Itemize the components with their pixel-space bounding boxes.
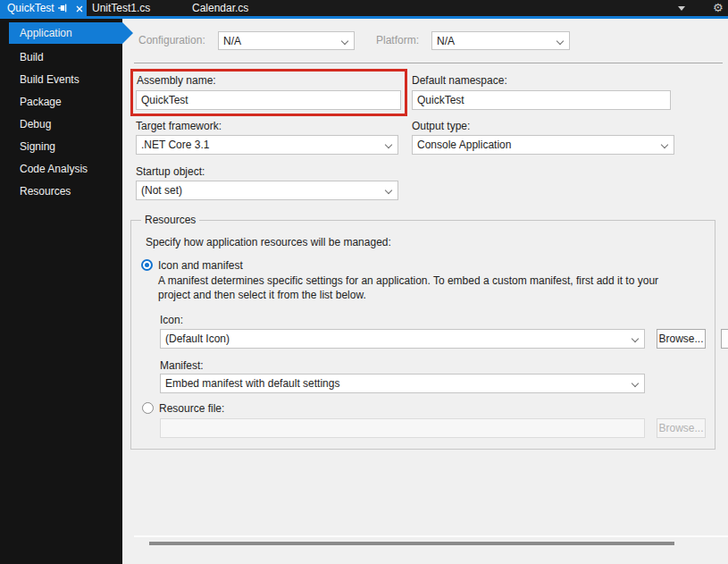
assembly-name-input[interactable] <box>136 90 401 110</box>
sidebar-item-signing[interactable]: Signing <box>0 136 122 157</box>
close-icon[interactable] <box>75 4 84 16</box>
clipped-control[interactable] <box>721 329 728 349</box>
startup-object-label: Startup object: <box>136 165 205 179</box>
document-tab-bar: QuickTest UnitTest1.cs Calendar.cs ⚙ <box>0 0 728 16</box>
assembly-name-label: Assembly name: <box>137 74 216 88</box>
default-namespace-input[interactable] <box>412 90 671 110</box>
chevron-down-icon <box>661 141 668 148</box>
properties-sidebar: Application Build Build Events Package D… <box>0 19 122 564</box>
tab-calendar[interactable]: Calendar.cs <box>192 0 286 16</box>
sidebar-item-code-analysis[interactable]: Code Analysis <box>0 158 122 180</box>
horizontal-scrollbar-thumb[interactable] <box>149 542 674 545</box>
icon-and-manifest-radio-label[interactable]: Icon and manifest <box>158 259 243 273</box>
output-type-value: Console Application <box>417 139 511 151</box>
manifest-description-text: A manifest determines specific settings … <box>158 274 674 302</box>
sidebar-item-debug[interactable]: Debug <box>0 114 122 135</box>
manifest-dropdown[interactable]: Embed manifest with default settings <box>160 374 645 393</box>
icon-and-manifest-radio[interactable] <box>141 259 153 271</box>
tab-unittest1-label: UnitTest1.cs <box>92 2 150 14</box>
startup-object-value: (Not set) <box>141 184 182 197</box>
startup-object-dropdown[interactable]: (Not set) <box>136 181 398 200</box>
section-divider <box>134 63 723 63</box>
platform-value: N/A <box>437 35 455 47</box>
tab-quicktest-label: QuickTest <box>7 2 54 14</box>
sidebar-item-build-events[interactable]: Build Events <box>0 69 122 90</box>
manifest-value: Embed manifest with default settings <box>165 377 339 390</box>
sidebar-item-application[interactable]: Application <box>9 22 122 44</box>
project-properties-window: QuickTest UnitTest1.cs Calendar.cs ⚙ App… <box>0 0 728 564</box>
tab-quicktest[interactable]: QuickTest <box>0 0 87 16</box>
chevron-down-icon <box>385 187 392 194</box>
output-type-dropdown[interactable]: Console Application <box>412 135 674 155</box>
resources-groupbox-legend: Resources <box>141 214 199 227</box>
platform-dropdown[interactable]: N/A <box>431 31 570 50</box>
tab-unittest1[interactable]: UnitTest1.cs <box>92 0 185 16</box>
resource-file-radio[interactable] <box>142 402 154 414</box>
gear-icon[interactable]: ⚙ <box>713 0 724 16</box>
icon-dropdown[interactable]: (Default Icon) <box>160 329 645 349</box>
sidebar-item-package[interactable]: Package <box>0 91 122 113</box>
chevron-down-icon <box>385 141 392 148</box>
resource-file-radio-label[interactable]: Resource file: <box>159 402 224 416</box>
resource-file-input[interactable] <box>160 418 645 438</box>
chevron-down-icon <box>632 335 639 342</box>
resources-intro-text: Specify how application resources will b… <box>146 236 391 249</box>
chevron-down-icon <box>556 38 564 45</box>
target-framework-value: .NET Core 3.1 <box>141 139 209 151</box>
configuration-value: N/A <box>223 35 241 47</box>
chevron-down-icon <box>632 380 639 387</box>
configuration-dropdown[interactable]: N/A <box>218 31 355 50</box>
scrollbar-track <box>134 535 728 537</box>
manifest-label: Manifest: <box>160 359 204 373</box>
target-framework-label: Target framework: <box>136 120 222 133</box>
sidebar-item-build[interactable]: Build <box>0 46 122 68</box>
target-framework-dropdown[interactable]: .NET Core 3.1 <box>136 135 398 155</box>
output-type-label: Output type: <box>412 120 470 133</box>
pin-icon[interactable] <box>57 3 68 16</box>
sidebar-item-resources[interactable]: Resources <box>0 181 122 202</box>
browse-resource-file-button[interactable]: Browse... <box>657 418 706 438</box>
browse-icon-button[interactable]: Browse... <box>657 329 706 349</box>
platform-label: Platform: <box>376 34 419 47</box>
icon-label: Icon: <box>160 314 183 327</box>
chevron-down-icon[interactable] <box>678 6 685 11</box>
configuration-label: Configuration: <box>138 34 205 47</box>
tab-calendar-label: Calendar.cs <box>192 2 248 14</box>
default-namespace-label: Default namespace: <box>412 74 507 88</box>
chevron-down-icon <box>341 38 348 45</box>
icon-value: (Default Icon) <box>165 333 230 345</box>
